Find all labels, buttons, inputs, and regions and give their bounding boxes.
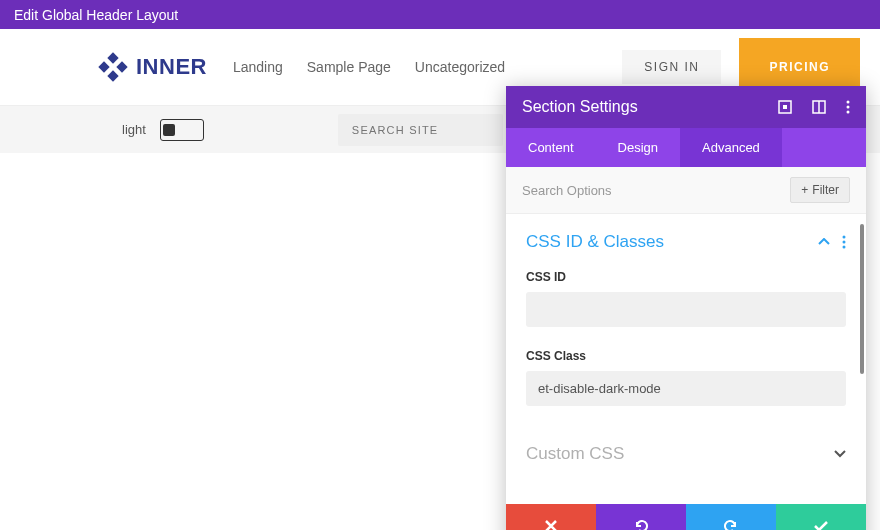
logo-text: INNER bbox=[136, 54, 207, 80]
svg-rect-1 bbox=[98, 61, 109, 72]
panel-body: CSS ID & Classes CSS ID CSS Class bbox=[506, 214, 866, 438]
global-header-bar: Edit Global Header Layout bbox=[0, 0, 880, 29]
svg-point-12 bbox=[843, 241, 846, 244]
svg-rect-3 bbox=[107, 70, 118, 81]
nav-menu: Landing Sample Page Uncategorized bbox=[233, 59, 505, 75]
save-button[interactable] bbox=[776, 504, 866, 530]
search-site-input[interactable] bbox=[338, 114, 503, 146]
svg-point-11 bbox=[843, 236, 846, 239]
search-options-row: Search Options + Filter bbox=[506, 167, 866, 214]
close-button[interactable] bbox=[506, 504, 596, 530]
panel-title: Section Settings bbox=[522, 98, 638, 116]
svg-point-9 bbox=[847, 106, 850, 109]
check-icon bbox=[813, 520, 829, 530]
light-mode-label: light bbox=[122, 122, 146, 137]
panel-footer bbox=[506, 504, 866, 530]
css-id-input[interactable] bbox=[526, 292, 846, 327]
section-more-icon[interactable] bbox=[842, 235, 846, 249]
more-icon[interactable] bbox=[846, 100, 850, 114]
svg-rect-2 bbox=[116, 61, 127, 72]
redo-button[interactable] bbox=[686, 504, 776, 530]
custom-css-title: Custom CSS bbox=[526, 444, 624, 464]
svg-rect-5 bbox=[783, 105, 787, 109]
global-header-title: Edit Global Header Layout bbox=[14, 7, 178, 23]
svg-point-13 bbox=[843, 246, 846, 249]
filter-button[interactable]: + Filter bbox=[790, 177, 850, 203]
logo-icon bbox=[98, 52, 128, 82]
svg-point-10 bbox=[847, 111, 850, 114]
search-options-label[interactable]: Search Options bbox=[522, 183, 612, 198]
snap-icon[interactable] bbox=[812, 100, 826, 114]
panel-header[interactable]: Section Settings bbox=[506, 86, 866, 128]
custom-css-section: Custom CSS bbox=[506, 438, 866, 504]
css-id-classes-header[interactable]: CSS ID & Classes bbox=[526, 232, 846, 252]
nav-item-sample-page[interactable]: Sample Page bbox=[307, 59, 391, 75]
nav-item-uncategorized[interactable]: Uncategorized bbox=[415, 59, 505, 75]
close-icon bbox=[544, 519, 558, 530]
svg-point-8 bbox=[847, 101, 850, 104]
undo-icon bbox=[633, 518, 649, 530]
logo[interactable]: INNER bbox=[98, 52, 207, 82]
toggle-knob bbox=[163, 124, 175, 136]
chevron-up-icon[interactable] bbox=[818, 238, 830, 246]
expand-icon[interactable] bbox=[778, 100, 792, 114]
tab-advanced[interactable]: Advanced bbox=[680, 128, 782, 167]
css-id-label: CSS ID bbox=[526, 270, 846, 284]
tab-design[interactable]: Design bbox=[596, 128, 680, 167]
css-class-label: CSS Class bbox=[526, 349, 846, 363]
section-settings-panel: Section Settings Content Design Advanced… bbox=[506, 86, 866, 530]
svg-rect-0 bbox=[107, 52, 118, 63]
css-class-input[interactable] bbox=[526, 371, 846, 406]
filter-label: Filter bbox=[812, 183, 839, 197]
custom-css-header[interactable]: Custom CSS bbox=[526, 444, 846, 464]
signin-button[interactable]: SIGN IN bbox=[622, 50, 721, 84]
nav-item-landing[interactable]: Landing bbox=[233, 59, 283, 75]
undo-button[interactable] bbox=[596, 504, 686, 530]
scrollbar[interactable] bbox=[860, 224, 864, 374]
tab-content[interactable]: Content bbox=[506, 128, 596, 167]
css-id-classes-title: CSS ID & Classes bbox=[526, 232, 664, 252]
section-actions bbox=[818, 235, 846, 249]
chevron-down-icon[interactable] bbox=[834, 450, 846, 458]
light-mode-toggle[interactable] bbox=[160, 119, 204, 141]
panel-header-actions bbox=[778, 100, 850, 114]
panel-tabs: Content Design Advanced bbox=[506, 128, 866, 167]
redo-icon bbox=[723, 518, 739, 530]
plus-icon: + bbox=[801, 183, 808, 197]
